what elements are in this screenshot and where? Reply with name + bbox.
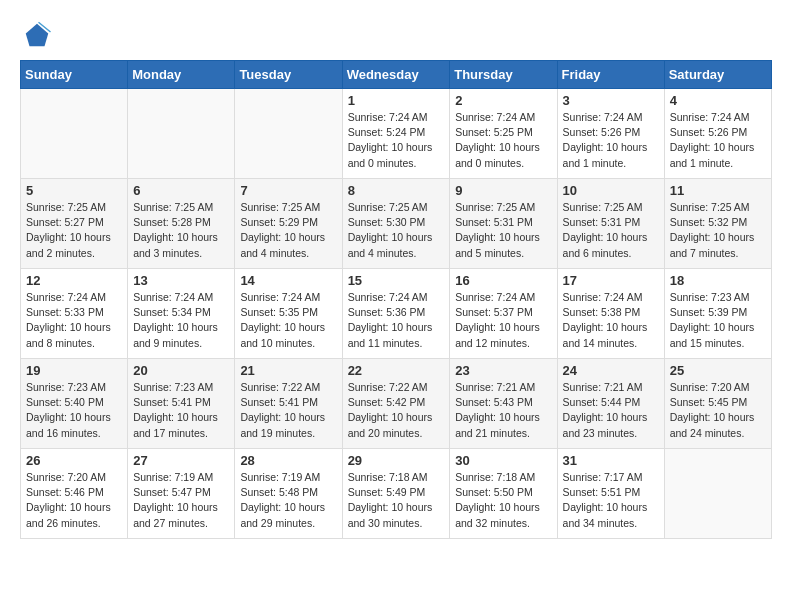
- calendar-cell: 16Sunrise: 7:24 AMSunset: 5:37 PMDayligh…: [450, 269, 557, 359]
- day-number: 18: [670, 273, 766, 288]
- day-number: 7: [240, 183, 336, 198]
- day-info: Sunrise: 7:18 AMSunset: 5:49 PMDaylight:…: [348, 470, 445, 531]
- day-number: 22: [348, 363, 445, 378]
- calendar-cell: 27Sunrise: 7:19 AMSunset: 5:47 PMDayligh…: [128, 449, 235, 539]
- day-header-tuesday: Tuesday: [235, 61, 342, 89]
- calendar-cell: 24Sunrise: 7:21 AMSunset: 5:44 PMDayligh…: [557, 359, 664, 449]
- day-number: 16: [455, 273, 551, 288]
- calendar-header: SundayMondayTuesdayWednesdayThursdayFrid…: [21, 61, 772, 89]
- day-info: Sunrise: 7:21 AMSunset: 5:43 PMDaylight:…: [455, 380, 551, 441]
- calendar-cell: 9Sunrise: 7:25 AMSunset: 5:31 PMDaylight…: [450, 179, 557, 269]
- calendar-week-row: 1Sunrise: 7:24 AMSunset: 5:24 PMDaylight…: [21, 89, 772, 179]
- calendar-table: SundayMondayTuesdayWednesdayThursdayFrid…: [20, 60, 772, 539]
- calendar-cell: 17Sunrise: 7:24 AMSunset: 5:38 PMDayligh…: [557, 269, 664, 359]
- calendar-week-row: 5Sunrise: 7:25 AMSunset: 5:27 PMDaylight…: [21, 179, 772, 269]
- day-number: 30: [455, 453, 551, 468]
- day-info: Sunrise: 7:21 AMSunset: 5:44 PMDaylight:…: [563, 380, 659, 441]
- calendar-week-row: 26Sunrise: 7:20 AMSunset: 5:46 PMDayligh…: [21, 449, 772, 539]
- day-number: 19: [26, 363, 122, 378]
- day-info: Sunrise: 7:22 AMSunset: 5:41 PMDaylight:…: [240, 380, 336, 441]
- calendar-cell: 1Sunrise: 7:24 AMSunset: 5:24 PMDaylight…: [342, 89, 450, 179]
- day-info: Sunrise: 7:24 AMSunset: 5:33 PMDaylight:…: [26, 290, 122, 351]
- day-number: 4: [670, 93, 766, 108]
- day-number: 27: [133, 453, 229, 468]
- day-number: 28: [240, 453, 336, 468]
- calendar-cell: 30Sunrise: 7:18 AMSunset: 5:50 PMDayligh…: [450, 449, 557, 539]
- day-info: Sunrise: 7:23 AMSunset: 5:41 PMDaylight:…: [133, 380, 229, 441]
- calendar-cell: [21, 89, 128, 179]
- calendar-cell: 10Sunrise: 7:25 AMSunset: 5:31 PMDayligh…: [557, 179, 664, 269]
- calendar-cell: 11Sunrise: 7:25 AMSunset: 5:32 PMDayligh…: [664, 179, 771, 269]
- day-number: 21: [240, 363, 336, 378]
- day-header-wednesday: Wednesday: [342, 61, 450, 89]
- day-info: Sunrise: 7:25 AMSunset: 5:30 PMDaylight:…: [348, 200, 445, 261]
- day-number: 15: [348, 273, 445, 288]
- day-info: Sunrise: 7:25 AMSunset: 5:31 PMDaylight:…: [455, 200, 551, 261]
- day-number: 26: [26, 453, 122, 468]
- day-info: Sunrise: 7:25 AMSunset: 5:31 PMDaylight:…: [563, 200, 659, 261]
- calendar-cell: 7Sunrise: 7:25 AMSunset: 5:29 PMDaylight…: [235, 179, 342, 269]
- day-number: 9: [455, 183, 551, 198]
- day-number: 29: [348, 453, 445, 468]
- calendar-week-row: 12Sunrise: 7:24 AMSunset: 5:33 PMDayligh…: [21, 269, 772, 359]
- day-header-saturday: Saturday: [664, 61, 771, 89]
- calendar-cell: 5Sunrise: 7:25 AMSunset: 5:27 PMDaylight…: [21, 179, 128, 269]
- day-number: 3: [563, 93, 659, 108]
- day-number: 25: [670, 363, 766, 378]
- day-header-sunday: Sunday: [21, 61, 128, 89]
- calendar-cell: 14Sunrise: 7:24 AMSunset: 5:35 PMDayligh…: [235, 269, 342, 359]
- calendar-week-row: 19Sunrise: 7:23 AMSunset: 5:40 PMDayligh…: [21, 359, 772, 449]
- day-info: Sunrise: 7:24 AMSunset: 5:25 PMDaylight:…: [455, 110, 551, 171]
- calendar-cell: 3Sunrise: 7:24 AMSunset: 5:26 PMDaylight…: [557, 89, 664, 179]
- day-info: Sunrise: 7:22 AMSunset: 5:42 PMDaylight:…: [348, 380, 445, 441]
- day-number: 17: [563, 273, 659, 288]
- day-header-friday: Friday: [557, 61, 664, 89]
- day-header-thursday: Thursday: [450, 61, 557, 89]
- day-info: Sunrise: 7:19 AMSunset: 5:48 PMDaylight:…: [240, 470, 336, 531]
- calendar-cell: 6Sunrise: 7:25 AMSunset: 5:28 PMDaylight…: [128, 179, 235, 269]
- day-info: Sunrise: 7:20 AMSunset: 5:46 PMDaylight:…: [26, 470, 122, 531]
- day-info: Sunrise: 7:18 AMSunset: 5:50 PMDaylight:…: [455, 470, 551, 531]
- day-info: Sunrise: 7:24 AMSunset: 5:38 PMDaylight:…: [563, 290, 659, 351]
- calendar-cell: 12Sunrise: 7:24 AMSunset: 5:33 PMDayligh…: [21, 269, 128, 359]
- calendar-cell: 13Sunrise: 7:24 AMSunset: 5:34 PMDayligh…: [128, 269, 235, 359]
- day-number: 11: [670, 183, 766, 198]
- calendar-cell: 2Sunrise: 7:24 AMSunset: 5:25 PMDaylight…: [450, 89, 557, 179]
- day-number: 1: [348, 93, 445, 108]
- page-header: [20, 20, 772, 50]
- logo: [20, 20, 52, 50]
- calendar-cell: [128, 89, 235, 179]
- calendar-cell: 4Sunrise: 7:24 AMSunset: 5:26 PMDaylight…: [664, 89, 771, 179]
- day-header-monday: Monday: [128, 61, 235, 89]
- day-number: 24: [563, 363, 659, 378]
- day-number: 20: [133, 363, 229, 378]
- day-info: Sunrise: 7:24 AMSunset: 5:24 PMDaylight:…: [348, 110, 445, 171]
- calendar-cell: 31Sunrise: 7:17 AMSunset: 5:51 PMDayligh…: [557, 449, 664, 539]
- day-info: Sunrise: 7:23 AMSunset: 5:40 PMDaylight:…: [26, 380, 122, 441]
- logo-icon: [22, 20, 52, 50]
- calendar-cell: [235, 89, 342, 179]
- day-number: 10: [563, 183, 659, 198]
- day-info: Sunrise: 7:24 AMSunset: 5:26 PMDaylight:…: [670, 110, 766, 171]
- day-number: 31: [563, 453, 659, 468]
- days-of-week-row: SundayMondayTuesdayWednesdayThursdayFrid…: [21, 61, 772, 89]
- calendar-cell: 19Sunrise: 7:23 AMSunset: 5:40 PMDayligh…: [21, 359, 128, 449]
- calendar-cell: 23Sunrise: 7:21 AMSunset: 5:43 PMDayligh…: [450, 359, 557, 449]
- calendar-cell: 29Sunrise: 7:18 AMSunset: 5:49 PMDayligh…: [342, 449, 450, 539]
- day-number: 12: [26, 273, 122, 288]
- day-info: Sunrise: 7:20 AMSunset: 5:45 PMDaylight:…: [670, 380, 766, 441]
- day-number: 6: [133, 183, 229, 198]
- day-number: 2: [455, 93, 551, 108]
- calendar-body: 1Sunrise: 7:24 AMSunset: 5:24 PMDaylight…: [21, 89, 772, 539]
- day-info: Sunrise: 7:19 AMSunset: 5:47 PMDaylight:…: [133, 470, 229, 531]
- calendar-cell: 22Sunrise: 7:22 AMSunset: 5:42 PMDayligh…: [342, 359, 450, 449]
- day-number: 13: [133, 273, 229, 288]
- day-info: Sunrise: 7:25 AMSunset: 5:29 PMDaylight:…: [240, 200, 336, 261]
- day-info: Sunrise: 7:24 AMSunset: 5:37 PMDaylight:…: [455, 290, 551, 351]
- day-info: Sunrise: 7:24 AMSunset: 5:34 PMDaylight:…: [133, 290, 229, 351]
- calendar-cell: 28Sunrise: 7:19 AMSunset: 5:48 PMDayligh…: [235, 449, 342, 539]
- calendar-cell: 26Sunrise: 7:20 AMSunset: 5:46 PMDayligh…: [21, 449, 128, 539]
- day-info: Sunrise: 7:25 AMSunset: 5:27 PMDaylight:…: [26, 200, 122, 261]
- calendar-cell: 18Sunrise: 7:23 AMSunset: 5:39 PMDayligh…: [664, 269, 771, 359]
- day-info: Sunrise: 7:25 AMSunset: 5:32 PMDaylight:…: [670, 200, 766, 261]
